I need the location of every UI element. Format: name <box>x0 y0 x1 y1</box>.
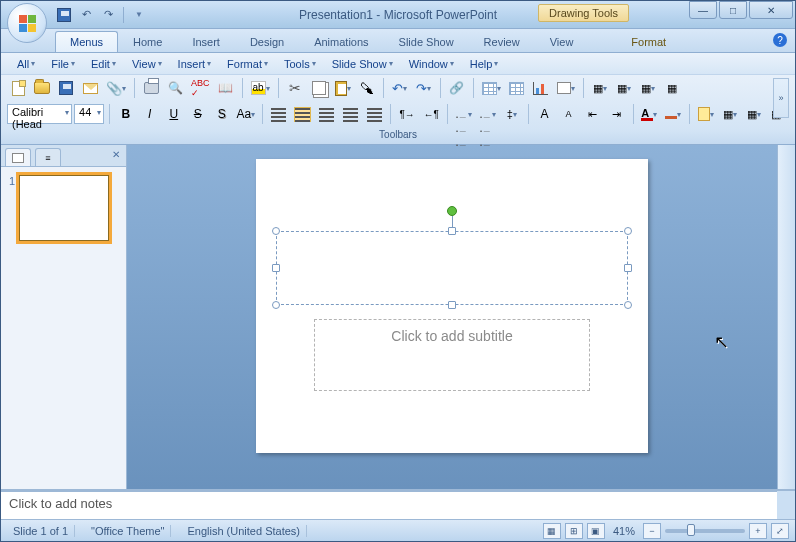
resize-handle-t[interactable] <box>448 227 456 235</box>
tab-insert[interactable]: Insert <box>177 31 235 52</box>
shrink-font-button[interactable]: A <box>558 103 580 125</box>
title-placeholder[interactable] <box>276 231 628 305</box>
copy-button[interactable] <box>308 77 330 99</box>
insert-table-button[interactable]: ▾ <box>479 77 504 99</box>
print-preview-button[interactable]: 🔍 <box>164 77 186 99</box>
open-button[interactable] <box>31 77 53 99</box>
strike-button[interactable]: S <box>187 103 209 125</box>
underline-button[interactable]: U <box>163 103 185 125</box>
slide-thumbnail-1[interactable] <box>19 175 109 241</box>
menu-edit[interactable]: Edit▾ <box>85 56 122 72</box>
spellcheck-button[interactable]: ABC✓ <box>188 77 213 99</box>
tab-review[interactable]: Review <box>469 31 535 52</box>
menu-insert[interactable]: Insert▾ <box>172 56 218 72</box>
research-button[interactable]: 📖 <box>215 77 237 99</box>
tab-slideshow[interactable]: Slide Show <box>384 31 469 52</box>
menu-view[interactable]: View▾ <box>126 56 168 72</box>
tab-view[interactable]: View <box>535 31 589 52</box>
ltr-button[interactable]: ¶→ <box>396 103 418 125</box>
stack-button-1[interactable]: ▦▾ <box>589 77 611 99</box>
tab-home[interactable]: Home <box>118 31 177 52</box>
line-spacing-button[interactable]: ‡▾ <box>501 103 523 125</box>
numbering-button[interactable]: ▾ <box>477 103 499 125</box>
resize-handle-r[interactable] <box>624 264 632 272</box>
menu-file[interactable]: File▾ <box>45 56 81 72</box>
resize-handle-tl[interactable] <box>272 227 280 235</box>
justify-button[interactable] <box>339 103 361 125</box>
close-button[interactable]: ✕ <box>749 1 793 19</box>
new-button[interactable] <box>7 77 29 99</box>
subtitle-placeholder[interactable]: Click to add subtitle <box>314 319 590 391</box>
bold-button[interactable]: B <box>115 103 137 125</box>
sorter-view-button[interactable]: ⊞ <box>565 523 583 539</box>
save-button[interactable] <box>55 77 77 99</box>
resize-handle-br[interactable] <box>624 301 632 309</box>
align-left-button[interactable] <box>267 103 289 125</box>
grow-font-button[interactable]: A <box>534 103 556 125</box>
font-name-combo[interactable]: Calibri (Head▾ <box>7 104 72 124</box>
fill-color-button[interactable]: ▾ <box>695 103 717 125</box>
rtl-button[interactable]: ←¶ <box>420 103 442 125</box>
new-slide-button[interactable]: ▾ <box>554 77 578 99</box>
ribbon-collapse-button[interactable]: » <box>773 78 789 118</box>
stack-button-4[interactable]: ▦ <box>661 77 683 99</box>
normal-view-button[interactable]: ▦ <box>543 523 561 539</box>
menu-slideshow[interactable]: Slide Show▾ <box>326 56 399 72</box>
italic-button[interactable]: I <box>139 103 161 125</box>
menu-all[interactable]: All▾ <box>11 56 41 72</box>
slides-tab[interactable] <box>5 148 31 166</box>
status-language[interactable]: English (United States) <box>181 525 307 537</box>
resize-handle-b[interactable] <box>448 301 456 309</box>
slideshow-view-button[interactable]: ▣ <box>587 523 605 539</box>
resize-handle-tr[interactable] <box>624 227 632 235</box>
menu-help[interactable]: Help▾ <box>464 56 505 72</box>
tab-design[interactable]: Design <box>235 31 299 52</box>
vertical-scrollbar[interactable] <box>777 145 795 489</box>
line-color-button[interactable]: ▾ <box>662 103 684 125</box>
zoom-out-button[interactable]: − <box>643 523 661 539</box>
pane-close-button[interactable]: ✕ <box>112 149 120 160</box>
layout-button[interactable]: ▦▾ <box>719 103 741 125</box>
shadow-button[interactable]: S <box>211 103 233 125</box>
format-painter-button[interactable]: 🖌 <box>356 77 378 99</box>
paste-button[interactable]: ▾ <box>332 77 354 99</box>
zoom-slider[interactable] <box>665 529 745 533</box>
resize-handle-bl[interactable] <box>272 301 280 309</box>
menu-window[interactable]: Window▾ <box>403 56 460 72</box>
undo-button[interactable]: ↶▾ <box>389 77 411 99</box>
resize-handle-l[interactable] <box>272 264 280 272</box>
slide-canvas[interactable]: Click to add subtitle <box>256 159 648 453</box>
decrease-indent-button[interactable]: ⇤ <box>582 103 604 125</box>
outline-tab[interactable]: ≡ <box>35 148 61 166</box>
minimize-button[interactable]: — <box>689 1 717 19</box>
tab-animations[interactable]: Animations <box>299 31 383 52</box>
notes-pane[interactable]: Click to add notes <box>1 491 777 519</box>
align-center-button[interactable] <box>291 103 313 125</box>
help-button[interactable]: ? <box>773 33 787 47</box>
qat-redo-button[interactable]: ↷ <box>99 6 117 24</box>
cut-button[interactable]: ✂ <box>284 77 306 99</box>
tab-format[interactable]: Format <box>616 31 681 52</box>
zoom-level[interactable]: 41% <box>613 525 635 537</box>
tables-borders-button[interactable] <box>506 77 528 99</box>
menu-tools[interactable]: Tools▾ <box>278 56 322 72</box>
mail-button[interactable] <box>79 77 101 99</box>
office-button[interactable] <box>7 3 47 43</box>
bullets-button[interactable]: ▾ <box>453 103 475 125</box>
change-case-button[interactable]: Aa▾ <box>235 103 257 125</box>
font-color-button[interactable]: A▾ <box>638 103 660 125</box>
stack-button-2[interactable]: ▦▾ <box>613 77 635 99</box>
maximize-button[interactable]: □ <box>719 1 747 19</box>
arrange-button[interactable]: ▦▾ <box>743 103 765 125</box>
attach-button[interactable]: 📎▾ <box>103 77 129 99</box>
qat-save-button[interactable] <box>55 6 73 24</box>
stack-button-3[interactable]: ▦▾ <box>637 77 659 99</box>
rotation-handle[interactable] <box>447 206 457 216</box>
tab-menus[interactable]: Menus <box>55 31 118 52</box>
increase-indent-button[interactable]: ⇥ <box>606 103 628 125</box>
redo-button[interactable]: ↷▾ <box>413 77 435 99</box>
qat-customize-button[interactable]: ▼ <box>130 6 148 24</box>
highlight-button[interactable]: ab▾ <box>248 77 273 99</box>
zoom-in-button[interactable]: + <box>749 523 767 539</box>
qat-undo-button[interactable]: ↶ <box>77 6 95 24</box>
